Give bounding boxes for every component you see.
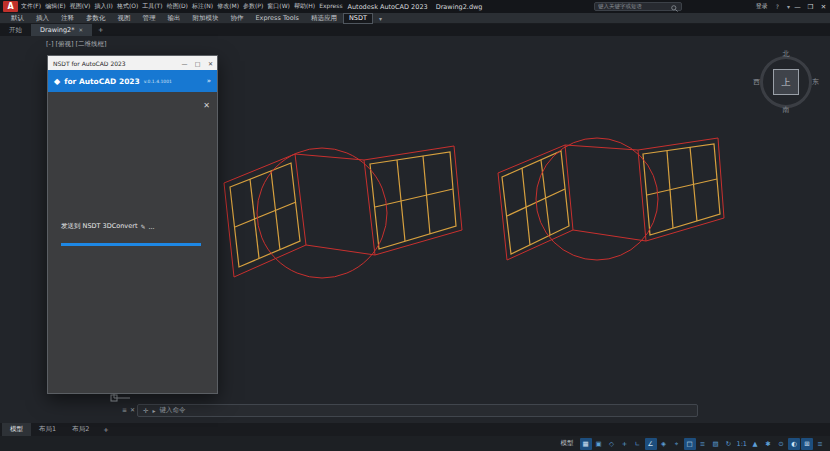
viewcube-east-label[interactable]: 东	[812, 77, 819, 87]
new-drawing-tab-button[interactable]: +	[92, 24, 109, 36]
annotation-monitor-icon[interactable]: ⊙	[775, 438, 787, 450]
viewcube-south-label[interactable]: 南	[783, 105, 790, 115]
menu-item[interactable]: 工具(T)	[142, 2, 162, 11]
menu-item[interactable]: 编辑(E)	[45, 2, 65, 11]
menu-item[interactable]: 参数(P)	[243, 2, 263, 11]
commandline-close-icon[interactable]: ✕	[130, 406, 135, 413]
dialog-minimize-button[interactable]: —	[178, 56, 191, 70]
commandline[interactable]: ✛ ▸ 键入命令	[137, 404, 698, 417]
viewcube-west-label[interactable]: 西	[753, 77, 760, 87]
ribbon-tab-view[interactable]: 视图	[112, 13, 137, 24]
model-tab[interactable]: 模型	[2, 423, 31, 436]
menu-item[interactable]: 标注(N)	[192, 2, 213, 11]
notifications-icon[interactable]: ▾	[787, 3, 790, 10]
ribbon-tab-addins[interactable]: 附加模块	[187, 13, 225, 24]
tab-close-icon[interactable]: ✕	[78, 27, 83, 33]
viewport-view-control[interactable]: [俯视]	[55, 40, 73, 49]
dialog-window-controls: — □ ✕	[178, 56, 217, 70]
drawing-tab[interactable]: Drawing2* ✕	[31, 24, 92, 36]
ribbon-tab-output[interactable]: 输出	[162, 13, 187, 24]
new-layout-button[interactable]: +	[97, 423, 114, 436]
transparency-icon[interactable]: ▨	[710, 438, 722, 450]
viewcube[interactable]: 北 南 西 东 上	[754, 50, 818, 114]
search-placeholder: 键入关键字或短语	[598, 3, 642, 10]
ribbon-tab-express-tools[interactable]: Express Tools	[250, 13, 305, 24]
commandline-menu-icon[interactable]: ≡	[122, 406, 127, 413]
signin-button[interactable]: 登录	[756, 2, 768, 11]
dialog-titlebar[interactable]: NSDT for AutoCAD 2023 — □ ✕	[48, 56, 217, 70]
layout2-tab[interactable]: 布局2	[64, 423, 97, 436]
menu-item[interactable]: 修改(M)	[217, 2, 239, 11]
clean-screen-icon[interactable]: ⊞	[801, 438, 813, 450]
selection-cycling-icon[interactable]: ↻	[723, 438, 735, 450]
panel-close-icon[interactable]: ✕	[203, 101, 210, 110]
command-prompt-icon: ▸	[152, 407, 155, 414]
osnap-tracking-icon[interactable]: ⌖	[671, 438, 683, 450]
lineweight-icon[interactable]: ≡	[697, 438, 709, 450]
close-button[interactable]: ✕	[817, 0, 830, 13]
titlebar: A 文件(F)编辑(E)视图(V)插入(I)格式(O)工具(T)绘图(D)标注(…	[0, 0, 830, 13]
layout-tabs: 模型布局1布局2	[2, 423, 97, 436]
nsdt-dialog: NSDT for AutoCAD 2023 — □ ✕ ◆ for AutoCA…	[47, 55, 218, 394]
commandline-customize-icon[interactable]: ✛	[143, 407, 148, 415]
isolate-objects-icon[interactable]: ◐	[788, 438, 800, 450]
polar-tracking-icon[interactable]: ∠	[645, 438, 657, 450]
maximize-button[interactable]: ❐	[804, 0, 817, 13]
dialog-body: ✕ 发送到 NSDT 3DConvert ✎ ...	[48, 92, 217, 393]
menu-item[interactable]: 格式(O)	[117, 2, 138, 11]
model-space-button[interactable]: 模型	[556, 439, 579, 448]
workspace-switching-icon[interactable]: ✱	[762, 438, 774, 450]
ribbon-tab-nsdt[interactable]: NSDT	[343, 13, 373, 24]
menu-item[interactable]: Express	[319, 2, 342, 11]
ribbon-tab-collaborate[interactable]: 协作	[225, 13, 250, 24]
annotation-visibility-icon[interactable]: ▲	[749, 438, 761, 450]
window-title-doc: Drawing2.dwg	[436, 3, 483, 11]
dialog-title: NSDT for AutoCAD 2023	[53, 60, 126, 67]
grid-icon[interactable]: ▦	[580, 438, 592, 450]
annotation-scale-label[interactable]: 1:1	[736, 438, 748, 450]
dynamic-input-icon[interactable]: +	[619, 438, 631, 450]
menu-item[interactable]: 绘图(D)	[167, 2, 188, 11]
viewcube-north-label[interactable]: 北	[783, 49, 790, 59]
ribbon-tab-annotate[interactable]: 注释	[55, 13, 80, 24]
app-logo-icon[interactable]: A	[3, 1, 18, 12]
search-input[interactable]: 键入关键字或短语	[594, 2, 682, 11]
menu-item[interactable]: 视图(V)	[70, 2, 91, 11]
help-icon[interactable]: ?	[776, 3, 779, 10]
minimize-button[interactable]: —	[791, 0, 804, 13]
commandline-grip[interactable]: ≡ ✕	[122, 406, 135, 413]
isodraft-icon[interactable]: ◈	[658, 438, 670, 450]
layout-tab-bar: 模型布局1布局2 +	[0, 423, 830, 436]
ortho-mode-icon[interactable]: ∟	[632, 438, 644, 450]
ribbon-collapse-icon[interactable]: ▾	[379, 15, 382, 22]
ribbon-tab-featured-apps[interactable]: 精选应用	[305, 13, 343, 24]
menu-item[interactable]: 插入(I)	[94, 2, 112, 11]
layout1-tab[interactable]: 布局1	[31, 423, 64, 436]
ribbon-tab-parametric[interactable]: 参数化	[80, 13, 112, 24]
ribbon-tab-insert[interactable]: 插入	[30, 13, 55, 24]
autocad-window: A 文件(F)编辑(E)视图(V)插入(I)格式(O)工具(T)绘图(D)标注(…	[0, 0, 830, 451]
viewcube-top-face[interactable]: 上	[773, 69, 799, 95]
snap-mode-icon[interactable]: ▣	[593, 438, 605, 450]
infer-constraints-icon[interactable]: ◇	[606, 438, 618, 450]
dialog-maximize-button[interactable]: □	[191, 56, 204, 70]
customize-icon[interactable]: ≡	[814, 438, 826, 450]
object-snap-icon[interactable]: □	[684, 438, 696, 450]
search-icon[interactable]	[671, 0, 678, 16]
command-input[interactable]: 键入命令	[159, 406, 185, 415]
menu-item[interactable]: 窗口(W)	[267, 2, 290, 11]
ribbon-tab-manage[interactable]: 管理	[137, 13, 162, 24]
convert-progress	[61, 243, 201, 246]
ribbon-tab-default[interactable]: 默认	[5, 13, 30, 24]
viewport-collapse-control[interactable]: [-]	[46, 40, 53, 49]
viewport-visual-style-control[interactable]: [二维线框]	[76, 40, 107, 49]
menu-item[interactable]: 文件(F)	[21, 2, 41, 11]
start-tab[interactable]: 开始	[0, 24, 31, 36]
menubar: 文件(F)编辑(E)视图(V)插入(I)格式(O)工具(T)绘图(D)标注(N)…	[21, 2, 343, 11]
banner-more-icon[interactable]: »	[207, 77, 211, 85]
viewport-controls: [-] [俯视] [二维线框]	[46, 40, 107, 49]
menu-item[interactable]: 帮助(H)	[294, 2, 315, 11]
dialog-close-button[interactable]: ✕	[204, 56, 217, 70]
edit-icon[interactable]: ✎	[140, 223, 145, 230]
window-title: Autodesk AutoCAD 2023 Drawing2.dwg	[348, 0, 483, 13]
